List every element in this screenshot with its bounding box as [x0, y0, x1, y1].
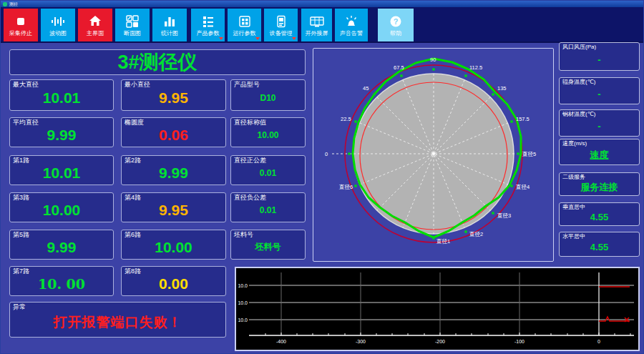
- waveform-view-button[interactable]: 波动图: [41, 9, 75, 41]
- stop-icon: [14, 14, 28, 29]
- svg-text:90: 90: [430, 56, 436, 63]
- field-channel-1: 第1路 10.01: [9, 155, 114, 185]
- field-channel-3: 第3路 10.00: [9, 192, 114, 222]
- svg-text:-400: -400: [276, 339, 286, 344]
- field-avg-diameter: 平均直径 9.99: [9, 117, 114, 147]
- field-value: 9.99: [122, 162, 225, 185]
- panel-value: 4.55: [560, 210, 639, 225]
- field-value: 0.00: [122, 272, 225, 295]
- field-value: 0.01: [231, 199, 305, 222]
- svg-text:直径4: 直径4: [515, 184, 530, 190]
- svg-text:?: ?: [394, 17, 399, 26]
- field-channel-2: 第2路 9.99: [121, 155, 226, 185]
- svg-text:直径1: 直径1: [436, 238, 450, 245]
- svg-text:22.5: 22.5: [341, 116, 351, 122]
- section-view-button[interactable]: 断面图: [115, 9, 150, 41]
- panel-steel-temperature: 钢材温度(℃) -: [559, 109, 640, 137]
- field-value: 10.00: [122, 236, 225, 259]
- app-icon: [3, 2, 7, 6]
- field-channel-6: 第6路 10.00: [121, 230, 226, 260]
- device-manage-icon: [274, 14, 288, 29]
- panel-speed: 速度(m/s) 速度: [559, 139, 640, 165]
- panel-level2-service: 二级服务 服务连接: [559, 172, 640, 196]
- svg-text:67.5: 67.5: [394, 64, 404, 71]
- panel-horizontal-centering: 水平居中 4.55: [559, 232, 640, 257]
- monitor-icon: [309, 14, 325, 29]
- run-params-icon: [238, 14, 252, 29]
- field-value: 0.06: [122, 124, 225, 147]
- siren-icon: [343, 14, 359, 29]
- field-value: 10.00: [231, 124, 305, 147]
- field-value: D10: [231, 86, 305, 110]
- field-channel-5: 第5路 9.99: [9, 230, 114, 260]
- field-ovality: 椭圆度 0.06: [121, 117, 226, 147]
- panel-roll-temperature: 辊身温度(℃) -: [559, 77, 640, 104]
- field-value: 9.99: [10, 124, 113, 147]
- svg-text:157.5: 157.5: [516, 116, 530, 122]
- main-toolbar: 采集停止 波动图 主界面: [1, 7, 643, 43]
- run-params-button[interactable]: 运行参数: [228, 9, 261, 41]
- section-view-icon: [125, 14, 140, 29]
- field-value: 0.01: [231, 162, 305, 185]
- field-channel-4: 第4路 9.95: [121, 192, 226, 222]
- field-max-diameter: 最大直径 10.01: [9, 79, 114, 111]
- device-manage-button[interactable]: 设备管理: [264, 9, 298, 41]
- field-product-model: 产品型号 D10: [230, 79, 306, 111]
- field-value: 10.00: [10, 199, 113, 222]
- window-title: 测径: [9, 2, 18, 6]
- sound-alarm-button[interactable]: 声音告警: [335, 9, 368, 41]
- field-channel-8: 第8路 0.00: [121, 266, 226, 296]
- help-icon: ?: [389, 14, 403, 29]
- trend-limit-lines: [599, 287, 630, 322]
- svg-text:112.5: 112.5: [469, 64, 482, 71]
- external-screen-button[interactable]: 开外接屏: [301, 9, 332, 41]
- svg-text:10.0: 10.0: [238, 283, 248, 288]
- diameter-trend-chart: 10.0 10.0 10.0 -400 -300 -200 -100 0: [235, 267, 640, 351]
- svg-text:10.0: 10.0: [238, 300, 248, 305]
- svg-text:10.0: 10.0: [238, 318, 248, 323]
- field-min-diameter: 最小直径 9.95: [121, 79, 226, 111]
- alarm-status-box: 异常 打开报警端口失败！: [9, 302, 226, 338]
- trend-hgrid: [249, 285, 634, 320]
- field-tolerance-minus: 直径负公差 0.01: [230, 192, 306, 222]
- help-button[interactable]: ? 帮助: [378, 9, 414, 41]
- center-mark: [432, 152, 435, 155]
- product-params-button[interactable]: 产品参数: [191, 9, 225, 41]
- dropdown-arrow-icon: [255, 37, 260, 40]
- svg-text:45: 45: [363, 85, 369, 92]
- stop-acquisition-button[interactable]: 采集停止: [4, 9, 38, 41]
- field-tolerance-plus: 直径正公差 0.01: [230, 155, 306, 185]
- svg-text:-100: -100: [514, 339, 525, 344]
- panel-vertical-centering: 垂直居中 4.55: [559, 202, 640, 226]
- svg-text:直径6: 直径6: [338, 184, 353, 190]
- svg-text:-200: -200: [435, 339, 445, 344]
- field-channel-7: 第7路 10. 00: [9, 266, 114, 296]
- field-value: 9.99: [10, 236, 113, 259]
- bar-chart-icon: [162, 14, 177, 29]
- trend-y-labels: 10.0 10.0 10.0: [238, 283, 248, 323]
- trend-vgrid: [281, 272, 519, 335]
- trend-x-labels: -400 -300 -200 -100 0: [276, 339, 600, 344]
- panel-value: 4.55: [560, 239, 639, 256]
- svg-text:135: 135: [497, 85, 507, 92]
- svg-text:0: 0: [597, 339, 600, 344]
- field-value: 10. 00: [10, 272, 113, 295]
- field-value: 10.01: [10, 86, 113, 110]
- svg-text:0: 0: [325, 151, 328, 157]
- statistics-view-button[interactable]: 统计图: [152, 9, 187, 41]
- field-billet-number: 坯料号 坯料号: [230, 230, 306, 260]
- panel-value: -: [560, 117, 639, 136]
- cross-section-chart: 0 22.5 45 67.5 90 112.5 135 157.5 直径5 直径…: [313, 48, 554, 262]
- panel-wind-pressure: 风口风压(Pa) -: [559, 42, 640, 71]
- field-value: 10.01: [10, 162, 113, 185]
- speed-link[interactable]: 速度: [560, 146, 639, 164]
- dropdown-arrow-icon: [219, 37, 223, 40]
- service-status: 服务连接: [560, 180, 639, 195]
- field-value: 9.95: [122, 86, 225, 110]
- main-screen-button[interactable]: 主界面: [78, 9, 112, 41]
- field-nominal-diameter: 直径标称值 10.00: [230, 117, 306, 147]
- waveform-icon: [50, 14, 66, 29]
- product-params-icon: [201, 14, 215, 29]
- field-value: 坯料号: [231, 236, 305, 259]
- window-titlebar: 测径: [1, 1, 643, 7]
